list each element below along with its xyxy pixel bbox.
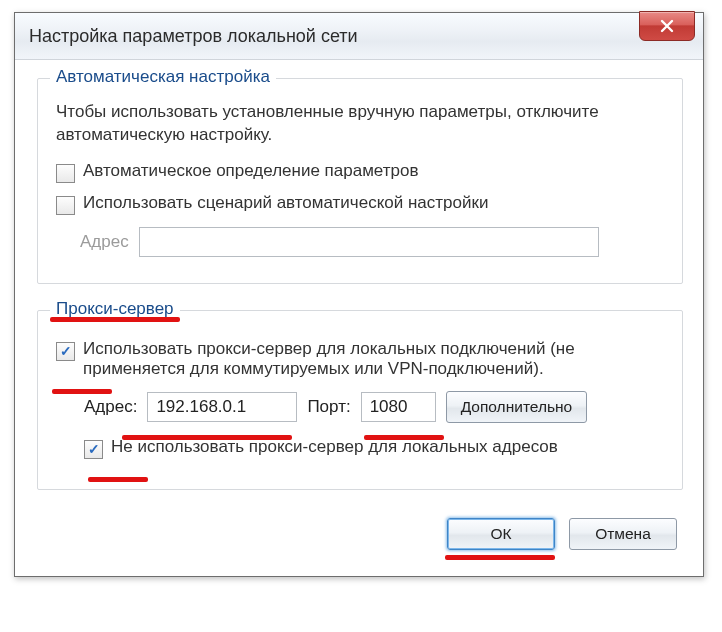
lan-settings-dialog: Настройка параметров локальной сети Авто…	[14, 12, 704, 577]
client-area: Автоматическая настройка Чтобы использов…	[15, 60, 703, 576]
proxy-address-label: Адрес:	[84, 397, 137, 417]
use-proxy-checkbox[interactable]	[56, 342, 75, 361]
proxy-port-input[interactable]	[361, 392, 436, 422]
script-address-label: Адрес	[80, 232, 129, 252]
proxy-legend: Прокси-сервер	[50, 299, 180, 319]
script-address-row: Адрес	[80, 227, 664, 257]
use-script-checkbox[interactable]	[56, 196, 75, 215]
proxy-port-label: Порт:	[307, 397, 350, 417]
ok-button[interactable]: ОК	[447, 518, 555, 550]
use-proxy-label: Использовать прокси-сервер для локальных…	[83, 339, 664, 379]
bypass-local-checkbox[interactable]	[84, 440, 103, 459]
use-script-label: Использовать сценарий автоматической нас…	[83, 193, 488, 213]
auto-config-help: Чтобы использовать установленные вручную…	[56, 101, 664, 147]
auto-config-legend: Автоматическая настройка	[50, 67, 276, 87]
proxy-address-row: Адрес: Порт: Дополнительно	[84, 391, 664, 423]
proxy-address-input[interactable]	[147, 392, 297, 422]
cancel-button[interactable]: Отмена	[569, 518, 677, 550]
auto-detect-row[interactable]: Автоматическое определение параметров	[56, 161, 664, 183]
close-button[interactable]	[639, 11, 695, 41]
proxy-group: Прокси-сервер Использовать прокси-сервер…	[37, 310, 683, 490]
auto-config-group: Автоматическая настройка Чтобы использов…	[37, 78, 683, 284]
use-proxy-row[interactable]: Использовать прокси-сервер для локальных…	[56, 339, 664, 379]
close-icon	[660, 19, 674, 33]
window-title: Настройка параметров локальной сети	[29, 26, 358, 47]
bypass-local-row[interactable]: Не использовать прокси-сервер для локаль…	[84, 437, 664, 459]
bypass-local-label: Не использовать прокси-сервер для локаль…	[111, 437, 558, 457]
annotation-line	[88, 477, 148, 482]
advanced-button[interactable]: Дополнительно	[446, 391, 588, 423]
annotation-line	[445, 555, 555, 560]
script-address-input[interactable]	[139, 227, 599, 257]
auto-detect-checkbox[interactable]	[56, 164, 75, 183]
dialog-footer: ОК Отмена	[37, 516, 683, 556]
use-script-row[interactable]: Использовать сценарий автоматической нас…	[56, 193, 664, 215]
titlebar: Настройка параметров локальной сети	[15, 13, 703, 60]
auto-detect-label: Автоматическое определение параметров	[83, 161, 418, 181]
